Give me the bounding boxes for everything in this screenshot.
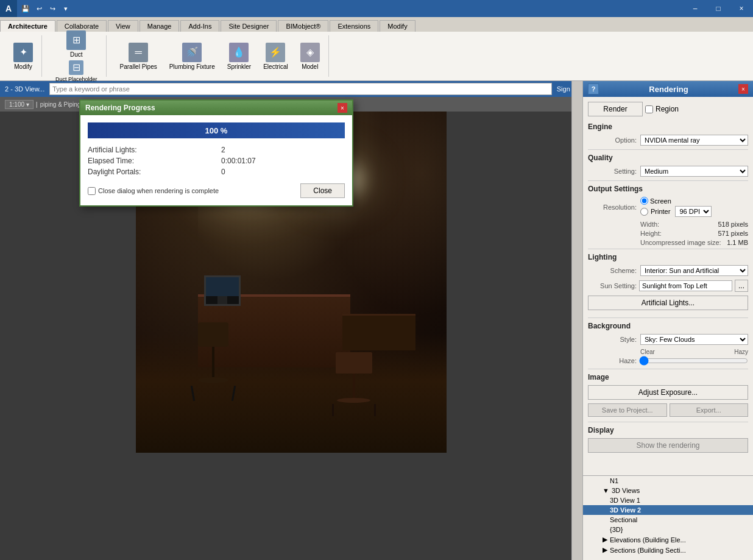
ribbon-tabs: Architecture Collaborate View Manage Add… bbox=[0, 17, 753, 32]
tree-item-3d-view-1-label: 3D View 1 bbox=[610, 497, 640, 504]
adjust-exposure-button[interactable]: Adjust Exposure... bbox=[588, 385, 748, 400]
engine-option-select[interactable]: NVIDIA mental ray bbox=[640, 135, 748, 146]
tab-modify[interactable]: Modify bbox=[380, 20, 415, 32]
elapsed-time-value: 0:00:01:07 bbox=[221, 157, 345, 165]
save-quick-btn[interactable]: 💾 bbox=[19, 2, 32, 15]
side-surface bbox=[342, 314, 415, 350]
engine-section-header: Engine bbox=[588, 122, 748, 131]
restore-button[interactable]: □ bbox=[707, 0, 730, 17]
duct-icon: ⊞ bbox=[66, 30, 86, 50]
haze-slider[interactable] bbox=[639, 356, 748, 365]
panel-close-button[interactable]: × bbox=[738, 84, 748, 94]
duct-placeholder-button[interactable]: ⊟ Duct Placeholder bbox=[52, 59, 101, 83]
style-select[interactable]: Sky: Few Clouds bbox=[640, 334, 748, 345]
rendering-progress-dialog: Rendering Progress × 100 % Artificial Li… bbox=[79, 99, 353, 207]
uncompressed-row: Uncompressed image size: 1.1 MB bbox=[588, 239, 748, 246]
dpi-select[interactable]: 96 DPI bbox=[675, 206, 712, 217]
progress-info: Artificial Lights: 2 Elapsed Time: 0:00:… bbox=[88, 146, 345, 176]
tree-item-3d[interactable]: {3D} bbox=[583, 525, 753, 534]
tree-item-sectional-label: Sectional bbox=[610, 516, 637, 523]
rendering-panel: ? Rendering × Render Region Engine Optio… bbox=[582, 81, 753, 560]
tree-item-3d-view-2[interactable]: 3D View 2 bbox=[583, 505, 753, 515]
tree-expand-sections-icon: ▶ bbox=[603, 546, 607, 554]
model-icon: ◈ bbox=[300, 43, 320, 62]
duct-button[interactable]: ⊞ Duct bbox=[63, 29, 90, 59]
minimize-button[interactable]: – bbox=[684, 0, 707, 17]
tab-bimobject[interactable]: BIMobject® bbox=[278, 20, 328, 32]
sun-dots-button[interactable]: ... bbox=[735, 280, 748, 292]
dialog-close-button[interactable]: × bbox=[338, 103, 347, 113]
model-button[interactable]: ◈ Model bbox=[297, 41, 323, 71]
show-rendering-button[interactable]: Show the rendering bbox=[588, 438, 748, 453]
style-row: Style: Sky: Few Clouds bbox=[588, 334, 748, 345]
close-when-done-checkbox-label[interactable]: Close dialog when rendering is complete bbox=[88, 187, 219, 195]
modify-button[interactable]: ✦ Modify bbox=[10, 41, 37, 71]
sun-setting-input[interactable] bbox=[639, 280, 732, 291]
save-to-project-button[interactable]: Save to Project... bbox=[588, 403, 667, 417]
render-button[interactable]: Render bbox=[588, 102, 643, 116]
close-app-button[interactable]: × bbox=[730, 0, 753, 17]
display-section-header: Display bbox=[588, 426, 748, 434]
export-button[interactable]: Export... bbox=[670, 403, 749, 417]
electrical-button[interactable]: ⚡ Electrical bbox=[260, 41, 292, 71]
sprinkler-icon: 💧 bbox=[229, 43, 249, 62]
tab-architecture[interactable]: Architecture bbox=[0, 20, 55, 32]
modify-label: Modify bbox=[14, 63, 32, 70]
redo-quick-btn[interactable]: ↪ bbox=[46, 2, 58, 15]
window-controls: – □ × bbox=[684, 0, 753, 17]
parallel-pipes-button[interactable]: ═ Parallel Pipes bbox=[116, 41, 161, 71]
ribbon-container: Architecture Collaborate View Manage Add… bbox=[0, 17, 753, 81]
screen-radio[interactable] bbox=[640, 197, 648, 205]
clear-label: Clear bbox=[640, 349, 655, 355]
scheme-row: Scheme: Interior: Sun and Artificial bbox=[588, 265, 748, 276]
screen-radio-option[interactable]: Screen bbox=[640, 197, 748, 205]
panel-help-btn[interactable]: ? bbox=[588, 83, 599, 94]
view-title: 2 - 3D View... bbox=[5, 85, 44, 93]
quick-access-dropdown[interactable]: ▾ bbox=[60, 2, 72, 15]
close-when-done-checkbox[interactable] bbox=[88, 187, 96, 195]
plumbing-label: Plumbing Fixture bbox=[169, 63, 215, 70]
ribbon-group-duct: ⊞ Duct ⊟ Duct Placeholder bbox=[47, 35, 107, 77]
region-checkbox[interactable] bbox=[645, 105, 653, 113]
progress-bar-fill: 100 % bbox=[88, 122, 345, 138]
width-value: 518 pixels bbox=[718, 221, 748, 228]
duct-placeholder-icon: ⊟ bbox=[69, 60, 83, 75]
tab-view[interactable]: View bbox=[108, 20, 138, 32]
viewport: 2 - 3D View... Sign In 1:100 ▾ | piping … bbox=[0, 81, 582, 560]
duct-label: Duct bbox=[70, 51, 83, 58]
ribbon-group-mep: ═ Parallel Pipes 🚿 Plumbing Fixture 💧 Sp… bbox=[111, 35, 329, 77]
divider-5 bbox=[588, 369, 748, 369]
scheme-select[interactable]: Interior: Sun and Artificial bbox=[640, 265, 748, 276]
scheme-label: Scheme: bbox=[588, 267, 637, 274]
height-value: 571 pixels bbox=[718, 230, 748, 237]
tree-item-n1[interactable]: N1 bbox=[583, 476, 753, 486]
style-label: Style: bbox=[588, 336, 637, 343]
tree-panel: N1 ▼ 3D Views 3D View 1 3D View 2 Sectio… bbox=[582, 475, 753, 560]
plumbing-fixture-button[interactable]: 🚿 Plumbing Fixture bbox=[166, 41, 219, 71]
height-label: Height: bbox=[640, 230, 662, 237]
render-region-row: Render Region bbox=[588, 102, 748, 116]
uncompressed-label: Uncompressed image size: bbox=[640, 239, 721, 246]
tab-site-designer[interactable]: Site Designer bbox=[221, 20, 277, 32]
sprinkler-button[interactable]: 💧 Sprinkler bbox=[224, 41, 255, 71]
close-dialog-button[interactable]: Close bbox=[300, 183, 345, 198]
search-input[interactable] bbox=[49, 83, 552, 95]
printer-radio[interactable] bbox=[640, 208, 648, 216]
quality-setting-select[interactable]: Medium bbox=[640, 166, 748, 177]
tree-item-sectional[interactable]: Sectional bbox=[583, 515, 753, 525]
artificial-lights-label: Artificial Lights: bbox=[88, 146, 211, 154]
tree-item-3d-views[interactable]: ▼ 3D Views bbox=[583, 486, 753, 495]
artificial-lights-button[interactable]: Artificial Lights... bbox=[588, 296, 748, 310]
right-edge-strip bbox=[571, 81, 582, 560]
tab-add-ins[interactable]: Add-Ins bbox=[180, 20, 219, 32]
undo-quick-btn[interactable]: ↩ bbox=[33, 2, 45, 15]
tab-manage[interactable]: Manage bbox=[140, 20, 180, 32]
view-scale-btn[interactable]: 1:100 ▾ bbox=[5, 100, 34, 109]
bottom-buttons-row: Save to Project... Export... bbox=[588, 403, 748, 417]
tab-extensions[interactable]: Extensions bbox=[330, 20, 378, 32]
tree-item-3d-label: {3D} bbox=[610, 526, 623, 533]
tree-item-elevations[interactable]: ▶ Elevations (Building Ele... bbox=[583, 534, 753, 545]
tree-item-3d-view-1[interactable]: 3D View 1 bbox=[583, 495, 753, 505]
tree-item-sections[interactable]: ▶ Sections (Building Secti... bbox=[583, 545, 753, 555]
divider-2 bbox=[588, 180, 748, 181]
